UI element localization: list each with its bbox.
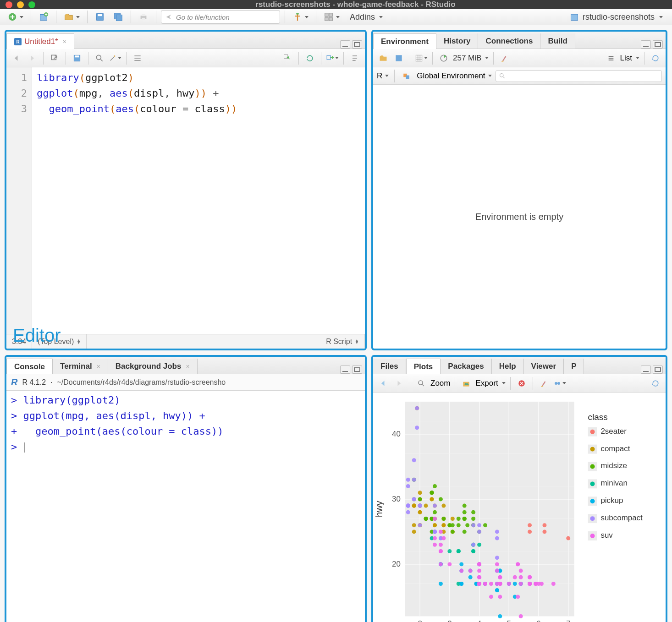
svg-point-210: [477, 569, 481, 573]
new-file-button[interactable]: [5, 10, 26, 24]
import-dataset-icon[interactable]: [415, 52, 428, 64]
addins-button[interactable]: Addins: [345, 10, 386, 24]
svg-point-239: [433, 536, 437, 540]
save-icon[interactable]: [71, 52, 83, 64]
plot-prev-icon[interactable]: [377, 377, 390, 389]
pane-maximize-icon[interactable]: [352, 40, 362, 49]
console-tab-terminal[interactable]: Terminal×: [53, 359, 108, 374]
plot-next-icon[interactable]: [392, 377, 405, 389]
r-logo-icon: R: [11, 377, 17, 387]
svg-text:minivan: minivan: [600, 479, 627, 487]
file-type-picker[interactable]: R Script▲▼: [320, 334, 365, 349]
goto-file-input[interactable]: Go to file/function: [161, 10, 280, 24]
pane-minimize-icon[interactable]: [340, 366, 350, 374]
export-icon[interactable]: [460, 377, 473, 389]
svg-point-52: [542, 523, 546, 527]
remove-plot-icon[interactable]: [515, 377, 528, 389]
environment-search-input[interactable]: [496, 70, 662, 82]
env-tab-build[interactable]: Build: [540, 33, 575, 49]
env-tab-history[interactable]: History: [436, 33, 479, 49]
svg-point-131: [477, 543, 481, 547]
zoom-icon[interactable]: [415, 377, 428, 389]
refresh-icon[interactable]: [649, 52, 662, 64]
language-picker[interactable]: R: [377, 71, 389, 81]
svg-point-180: [406, 504, 410, 508]
env-tab-environment[interactable]: Environment: [373, 33, 436, 49]
zoom-button[interactable]: Zoom: [430, 379, 450, 388]
wand-icon[interactable]: [109, 52, 121, 64]
publish-icon[interactable]: [553, 377, 566, 389]
traffic-minimize-icon[interactable]: [17, 1, 24, 8]
svg-text:2seater: 2seater: [600, 427, 627, 436]
svg-rect-14: [329, 17, 332, 21]
svg-point-95: [433, 484, 437, 488]
pane-maximize-icon[interactable]: [653, 40, 663, 49]
svg-point-113: [463, 529, 467, 534]
popout-icon[interactable]: [48, 52, 61, 64]
load-workspace-icon[interactable]: [377, 52, 390, 64]
output-tab-files[interactable]: Files: [373, 359, 406, 374]
memory-usage: 257 MiB: [453, 54, 481, 63]
export-button[interactable]: Export: [475, 379, 498, 388]
output-tab-help[interactable]: Help: [492, 359, 524, 374]
working-directory[interactable]: ~/Documents/r4ds/r4ds/diagrams/rstudio-s…: [57, 378, 226, 387]
env-tab-connections[interactable]: Connections: [478, 33, 540, 49]
svg-point-251: [439, 549, 443, 553]
save-button[interactable]: [92, 10, 108, 24]
editor-tab-untitled1[interactable]: R Untitled1* ×: [6, 33, 74, 49]
pane-minimize-icon[interactable]: [641, 40, 651, 49]
plot-refresh-icon[interactable]: [649, 377, 662, 389]
find-icon[interactable]: [93, 52, 106, 64]
doc-outline-icon[interactable]: [348, 52, 361, 64]
run-icon[interactable]: [281, 52, 294, 64]
broom-icon[interactable]: [498, 52, 511, 64]
pane-maximize-icon[interactable]: [653, 366, 663, 374]
forward-icon[interactable]: [26, 52, 39, 64]
save-all-button[interactable]: [110, 10, 126, 24]
pane-minimize-icon[interactable]: [340, 40, 350, 49]
pane-minimize-icon[interactable]: [641, 366, 651, 374]
output-tab-plots[interactable]: Plots: [406, 359, 441, 374]
output-tab-packages[interactable]: Packages: [441, 359, 491, 374]
svg-point-170: [495, 556, 499, 560]
output-tab-viewer[interactable]: Viewer: [524, 359, 564, 374]
close-tab-icon[interactable]: ×: [63, 38, 66, 45]
svg-point-242: [439, 529, 443, 534]
rerun-icon[interactable]: [303, 52, 316, 64]
back-icon[interactable]: [10, 52, 23, 64]
source-icon[interactable]: [326, 52, 339, 64]
pane-maximize-icon[interactable]: [352, 366, 362, 374]
traffic-zoom-icon[interactable]: [28, 1, 35, 8]
output-pane: FilesPlotsPackagesHelpViewerP Zoom Expor…: [371, 355, 667, 622]
environment-scope-picker[interactable]: Global Environment: [417, 71, 491, 81]
list-view-icon[interactable]: [605, 52, 617, 64]
open-file-button[interactable]: [61, 10, 83, 24]
print-button[interactable]: [136, 10, 151, 24]
svg-point-198: [516, 562, 520, 566]
new-project-button[interactable]: [36, 10, 51, 24]
svg-point-193: [418, 504, 422, 508]
outline-icon[interactable]: [131, 52, 144, 64]
editor-code[interactable]: library(ggplot2)ggplot(mpg, aes(displ, h…: [32, 67, 365, 334]
panes-button[interactable]: [321, 10, 342, 24]
svg-point-175: [412, 478, 416, 482]
svg-text:hwy: hwy: [374, 501, 384, 517]
save-workspace-icon[interactable]: [392, 52, 405, 64]
console-tab-console[interactable]: Console: [6, 359, 53, 374]
svg-point-238: [519, 569, 523, 573]
svg-point-225: [507, 582, 511, 586]
svg-rect-13: [325, 17, 328, 21]
console-body[interactable]: > library(ggplot2)> ggplot(mpg, aes(disp…: [6, 391, 365, 622]
project-picker[interactable]: rstudio-screenshots: [565, 9, 667, 25]
environment-scope-icon[interactable]: [400, 70, 413, 82]
console-tab-background-jobs[interactable]: Background Jobs×: [108, 359, 198, 374]
svg-point-19: [96, 55, 101, 60]
output-tab-p[interactable]: P: [564, 359, 584, 374]
traffic-close-icon[interactable]: [6, 1, 12, 8]
tools-button[interactable]: [290, 10, 311, 24]
memory-icon[interactable]: [437, 52, 450, 64]
clear-plots-icon[interactable]: [538, 377, 551, 389]
svg-text:subcompact: subcompact: [600, 513, 643, 522]
svg-rect-10: [296, 13, 299, 15]
svg-point-105: [433, 510, 437, 514]
